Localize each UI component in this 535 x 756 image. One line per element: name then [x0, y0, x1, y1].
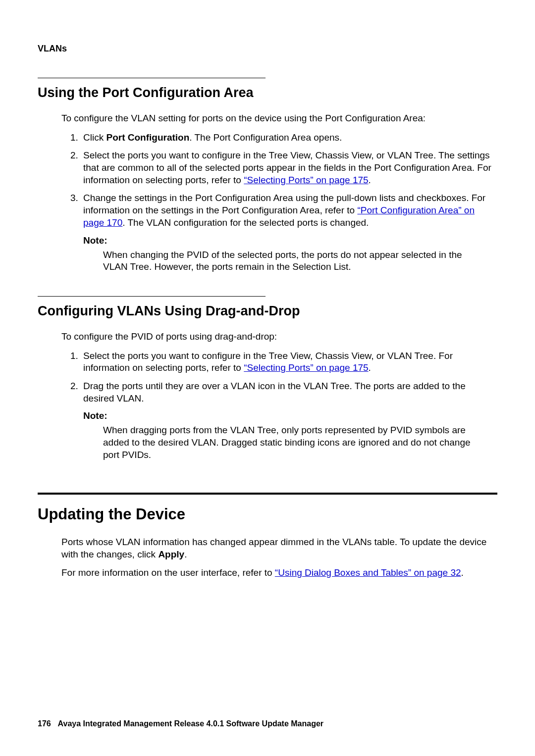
- paragraph: Ports whose VLAN information has changed…: [61, 536, 497, 560]
- list-number: 1.: [70, 132, 78, 144]
- list-number: 3.: [70, 192, 78, 204]
- page-header: VLANs: [38, 44, 497, 54]
- text: For more information on the user interfa…: [61, 567, 275, 578]
- text: Click: [83, 132, 106, 143]
- note-label: Note:: [83, 235, 497, 246]
- section-drag-and-drop: Configuring VLANs Using Drag-and-Drop To…: [38, 296, 497, 461]
- cross-ref-link[interactable]: “Selecting Ports” on page 175: [244, 175, 368, 185]
- cross-ref-link[interactable]: “Using Dialog Boxes and Tables” on page …: [275, 567, 461, 578]
- list-number: 2.: [70, 380, 78, 393]
- text: Ports whose VLAN information has changed…: [61, 537, 486, 559]
- text: .: [184, 549, 187, 559]
- section-port-config-area: Using the Port Configuration Area To con…: [38, 78, 497, 273]
- note-body: When changing the PVID of the selected p…: [103, 249, 487, 273]
- text: . The Port Configuration Area opens.: [189, 132, 342, 143]
- page-footer: 176 Avaya Integrated Management Release …: [38, 719, 323, 728]
- footer-title: Avaya Integrated Management Release 4.0.…: [58, 719, 323, 728]
- note-label: Note:: [83, 410, 497, 421]
- section-rule: [38, 78, 266, 78]
- bold-text: Apply: [158, 549, 184, 559]
- list-number: 1.: [70, 350, 78, 362]
- text: .: [461, 567, 464, 578]
- major-title: Updating the Device: [38, 505, 497, 523]
- cross-ref-link[interactable]: “Selecting Ports” on page 175: [244, 362, 368, 373]
- section-updating-device: Updating the Device Ports whose VLAN inf…: [38, 493, 497, 579]
- section-intro: To configure the PVID of ports using dra…: [61, 331, 497, 343]
- section-intro: To configure the VLAN setting for ports …: [61, 112, 497, 125]
- list-number: 2.: [70, 150, 78, 162]
- list-item: 3. Change the settings in the Port Confi…: [83, 192, 497, 229]
- list-item: 2. Drag the ports until they are over a …: [83, 380, 497, 404]
- page-number: 176: [38, 719, 51, 728]
- note-body: When dragging ports from the VLAN Tree, …: [103, 424, 487, 461]
- section-rule: [38, 296, 266, 297]
- text: .: [369, 362, 371, 373]
- text: .: [369, 175, 371, 185]
- list-item: 1. Select the ports you want to configur…: [83, 350, 497, 374]
- ordered-list: 1. Click Port Configuration. The Port Co…: [83, 132, 497, 229]
- text: . The VLAN configuration for the selecte…: [122, 217, 369, 228]
- list-item: 1. Click Port Configuration. The Port Co…: [83, 132, 497, 144]
- section-title: Using the Port Configuration Area: [38, 85, 497, 101]
- major-rule: [38, 493, 497, 495]
- text: Drag the ports until they are over a VLA…: [83, 381, 466, 403]
- bold-text: Port Configuration: [106, 132, 189, 143]
- ordered-list: 1. Select the ports you want to configur…: [83, 350, 497, 405]
- paragraph: For more information on the user interfa…: [61, 567, 497, 579]
- section-title: Configuring VLANs Using Drag-and-Drop: [38, 303, 497, 319]
- list-item: 2. Select the ports you want to configur…: [83, 150, 497, 186]
